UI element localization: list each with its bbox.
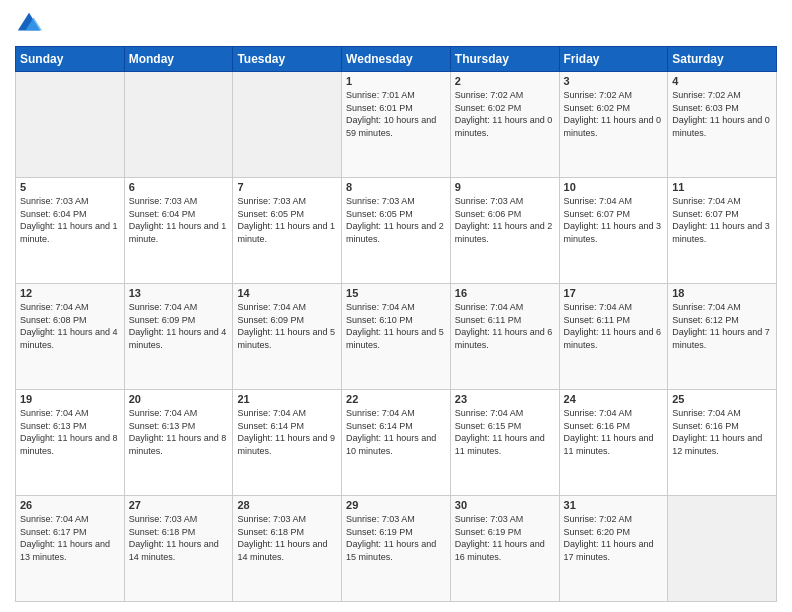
day-info: Sunrise: 7:01 AMSunset: 6:01 PMDaylight:… <box>346 89 446 139</box>
day-info: Sunrise: 7:03 AMSunset: 6:05 PMDaylight:… <box>237 195 337 245</box>
weekday-header: Friday <box>559 47 668 72</box>
day-number: 15 <box>346 287 446 299</box>
day-info: Sunrise: 7:03 AMSunset: 6:04 PMDaylight:… <box>20 195 120 245</box>
header <box>15 10 777 38</box>
logo-icon <box>15 10 43 38</box>
calendar-day-cell: 4Sunrise: 7:02 AMSunset: 6:03 PMDaylight… <box>668 72 777 178</box>
logo <box>15 10 47 38</box>
calendar-week-row: 12Sunrise: 7:04 AMSunset: 6:08 PMDayligh… <box>16 284 777 390</box>
day-number: 19 <box>20 393 120 405</box>
day-number: 25 <box>672 393 772 405</box>
day-info: Sunrise: 7:04 AMSunset: 6:09 PMDaylight:… <box>129 301 229 351</box>
day-number: 26 <box>20 499 120 511</box>
day-number: 4 <box>672 75 772 87</box>
day-number: 8 <box>346 181 446 193</box>
calendar-day-cell: 11Sunrise: 7:04 AMSunset: 6:07 PMDayligh… <box>668 178 777 284</box>
day-number: 18 <box>672 287 772 299</box>
calendar-day-cell: 31Sunrise: 7:02 AMSunset: 6:20 PMDayligh… <box>559 496 668 602</box>
day-number: 30 <box>455 499 555 511</box>
calendar-day-cell <box>233 72 342 178</box>
calendar-day-cell: 15Sunrise: 7:04 AMSunset: 6:10 PMDayligh… <box>342 284 451 390</box>
day-info: Sunrise: 7:04 AMSunset: 6:15 PMDaylight:… <box>455 407 555 457</box>
day-number: 11 <box>672 181 772 193</box>
day-info: Sunrise: 7:03 AMSunset: 6:18 PMDaylight:… <box>237 513 337 563</box>
calendar-day-cell: 27Sunrise: 7:03 AMSunset: 6:18 PMDayligh… <box>124 496 233 602</box>
weekday-header: Tuesday <box>233 47 342 72</box>
calendar-day-cell: 30Sunrise: 7:03 AMSunset: 6:19 PMDayligh… <box>450 496 559 602</box>
day-info: Sunrise: 7:04 AMSunset: 6:09 PMDaylight:… <box>237 301 337 351</box>
calendar-week-row: 26Sunrise: 7:04 AMSunset: 6:17 PMDayligh… <box>16 496 777 602</box>
calendar-day-cell: 19Sunrise: 7:04 AMSunset: 6:13 PMDayligh… <box>16 390 125 496</box>
day-info: Sunrise: 7:04 AMSunset: 6:07 PMDaylight:… <box>564 195 664 245</box>
day-info: Sunrise: 7:04 AMSunset: 6:12 PMDaylight:… <box>672 301 772 351</box>
day-info: Sunrise: 7:04 AMSunset: 6:14 PMDaylight:… <box>346 407 446 457</box>
calendar-day-cell <box>124 72 233 178</box>
day-number: 24 <box>564 393 664 405</box>
calendar-day-cell: 22Sunrise: 7:04 AMSunset: 6:14 PMDayligh… <box>342 390 451 496</box>
day-number: 7 <box>237 181 337 193</box>
day-info: Sunrise: 7:04 AMSunset: 6:10 PMDaylight:… <box>346 301 446 351</box>
calendar-day-cell: 23Sunrise: 7:04 AMSunset: 6:15 PMDayligh… <box>450 390 559 496</box>
day-info: Sunrise: 7:03 AMSunset: 6:06 PMDaylight:… <box>455 195 555 245</box>
calendar-week-row: 19Sunrise: 7:04 AMSunset: 6:13 PMDayligh… <box>16 390 777 496</box>
calendar-day-cell: 24Sunrise: 7:04 AMSunset: 6:16 PMDayligh… <box>559 390 668 496</box>
calendar-day-cell: 3Sunrise: 7:02 AMSunset: 6:02 PMDaylight… <box>559 72 668 178</box>
calendar-day-cell: 5Sunrise: 7:03 AMSunset: 6:04 PMDaylight… <box>16 178 125 284</box>
day-number: 12 <box>20 287 120 299</box>
weekday-header: Wednesday <box>342 47 451 72</box>
calendar-day-cell: 12Sunrise: 7:04 AMSunset: 6:08 PMDayligh… <box>16 284 125 390</box>
page: SundayMondayTuesdayWednesdayThursdayFrid… <box>0 0 792 612</box>
calendar-day-cell: 7Sunrise: 7:03 AMSunset: 6:05 PMDaylight… <box>233 178 342 284</box>
day-number: 1 <box>346 75 446 87</box>
day-info: Sunrise: 7:02 AMSunset: 6:02 PMDaylight:… <box>564 89 664 139</box>
calendar-day-cell: 13Sunrise: 7:04 AMSunset: 6:09 PMDayligh… <box>124 284 233 390</box>
day-info: Sunrise: 7:04 AMSunset: 6:08 PMDaylight:… <box>20 301 120 351</box>
day-info: Sunrise: 7:02 AMSunset: 6:02 PMDaylight:… <box>455 89 555 139</box>
day-info: Sunrise: 7:04 AMSunset: 6:13 PMDaylight:… <box>129 407 229 457</box>
day-info: Sunrise: 7:04 AMSunset: 6:11 PMDaylight:… <box>564 301 664 351</box>
calendar-day-cell: 29Sunrise: 7:03 AMSunset: 6:19 PMDayligh… <box>342 496 451 602</box>
calendar-day-cell: 2Sunrise: 7:02 AMSunset: 6:02 PMDaylight… <box>450 72 559 178</box>
calendar-day-cell: 8Sunrise: 7:03 AMSunset: 6:05 PMDaylight… <box>342 178 451 284</box>
calendar-day-cell: 14Sunrise: 7:04 AMSunset: 6:09 PMDayligh… <box>233 284 342 390</box>
day-info: Sunrise: 7:04 AMSunset: 6:16 PMDaylight:… <box>564 407 664 457</box>
weekday-header: Monday <box>124 47 233 72</box>
calendar-week-row: 5Sunrise: 7:03 AMSunset: 6:04 PMDaylight… <box>16 178 777 284</box>
day-number: 16 <box>455 287 555 299</box>
day-number: 23 <box>455 393 555 405</box>
day-number: 17 <box>564 287 664 299</box>
day-info: Sunrise: 7:02 AMSunset: 6:20 PMDaylight:… <box>564 513 664 563</box>
day-info: Sunrise: 7:03 AMSunset: 6:04 PMDaylight:… <box>129 195 229 245</box>
calendar-day-cell: 6Sunrise: 7:03 AMSunset: 6:04 PMDaylight… <box>124 178 233 284</box>
calendar-day-cell <box>16 72 125 178</box>
calendar-day-cell: 17Sunrise: 7:04 AMSunset: 6:11 PMDayligh… <box>559 284 668 390</box>
calendar-day-cell: 28Sunrise: 7:03 AMSunset: 6:18 PMDayligh… <box>233 496 342 602</box>
day-number: 14 <box>237 287 337 299</box>
day-number: 2 <box>455 75 555 87</box>
day-info: Sunrise: 7:04 AMSunset: 6:11 PMDaylight:… <box>455 301 555 351</box>
calendar-day-cell: 16Sunrise: 7:04 AMSunset: 6:11 PMDayligh… <box>450 284 559 390</box>
weekday-header: Saturday <box>668 47 777 72</box>
day-info: Sunrise: 7:04 AMSunset: 6:17 PMDaylight:… <box>20 513 120 563</box>
day-number: 5 <box>20 181 120 193</box>
day-number: 10 <box>564 181 664 193</box>
day-info: Sunrise: 7:04 AMSunset: 6:16 PMDaylight:… <box>672 407 772 457</box>
day-number: 28 <box>237 499 337 511</box>
weekday-header-row: SundayMondayTuesdayWednesdayThursdayFrid… <box>16 47 777 72</box>
calendar-table: SundayMondayTuesdayWednesdayThursdayFrid… <box>15 46 777 602</box>
day-info: Sunrise: 7:03 AMSunset: 6:05 PMDaylight:… <box>346 195 446 245</box>
weekday-header: Thursday <box>450 47 559 72</box>
day-number: 27 <box>129 499 229 511</box>
calendar-day-cell: 1Sunrise: 7:01 AMSunset: 6:01 PMDaylight… <box>342 72 451 178</box>
calendar-day-cell: 20Sunrise: 7:04 AMSunset: 6:13 PMDayligh… <box>124 390 233 496</box>
day-info: Sunrise: 7:03 AMSunset: 6:19 PMDaylight:… <box>346 513 446 563</box>
calendar-day-cell: 25Sunrise: 7:04 AMSunset: 6:16 PMDayligh… <box>668 390 777 496</box>
day-info: Sunrise: 7:04 AMSunset: 6:13 PMDaylight:… <box>20 407 120 457</box>
day-number: 20 <box>129 393 229 405</box>
day-info: Sunrise: 7:02 AMSunset: 6:03 PMDaylight:… <box>672 89 772 139</box>
day-number: 3 <box>564 75 664 87</box>
day-number: 13 <box>129 287 229 299</box>
day-info: Sunrise: 7:03 AMSunset: 6:18 PMDaylight:… <box>129 513 229 563</box>
day-info: Sunrise: 7:04 AMSunset: 6:07 PMDaylight:… <box>672 195 772 245</box>
calendar-day-cell <box>668 496 777 602</box>
